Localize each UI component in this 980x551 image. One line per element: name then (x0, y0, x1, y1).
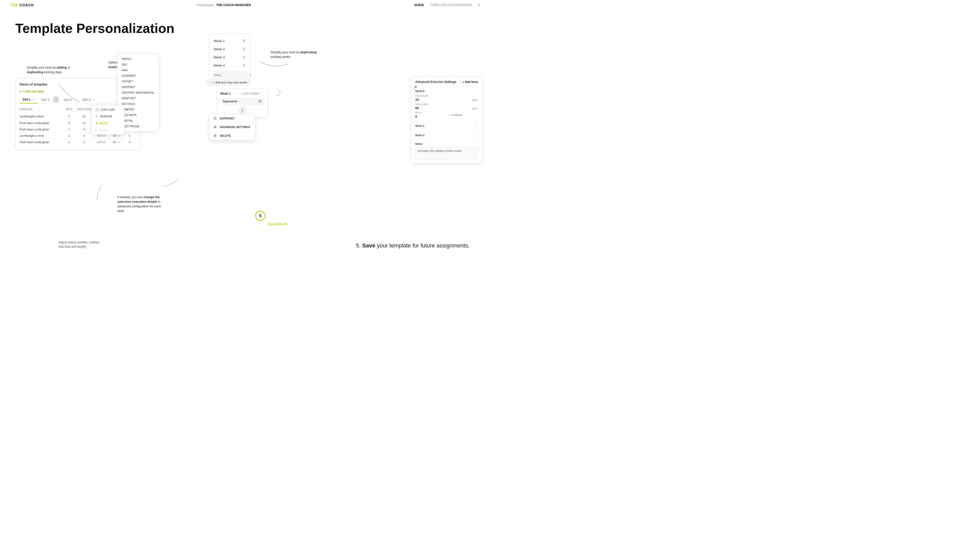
exec-dropset-mechanical[interactable]: DROPSET MECHANICAL (118, 90, 159, 95)
descanso-fields: Descanso 60 SECS (415, 103, 478, 110)
advanced-settings-label: ADVANCED SETTINGS (220, 125, 250, 129)
cell-sets: 1 (63, 128, 76, 131)
week-3-trash-icon[interactable]: 🗑 (242, 55, 246, 59)
week-panel-three-dots-btn[interactable] (239, 106, 246, 114)
sc-item-advanced-settings[interactable]: ADVANCED SETTINGS (210, 123, 255, 131)
page-number: 8 (478, 3, 480, 7)
col-exercise: Exercise (20, 108, 63, 111)
day-tab-1[interactable]: DAY 1 ⋯ (20, 96, 38, 103)
week-3-label: Week 3 (213, 56, 225, 59)
edit-order-icon[interactable]: ✏ EDIT ORDER (241, 92, 259, 95)
add-copy-weeks-label: + Add and copy new weeks (213, 81, 247, 84)
add-serie-plus-icon: + (460, 80, 461, 83)
exercise-name: Push down corda girato (20, 141, 63, 144)
cell-weight: 0 (123, 134, 136, 137)
move-label: MOVE (99, 129, 107, 132)
change-exec-annotation: If needed, you can change the exercises … (118, 195, 169, 213)
serie-1-expandable[interactable]: Serie 1 › (411, 121, 482, 130)
serie-1-label: Serie 1 (415, 124, 425, 127)
eliminar-btn[interactable]: — ELIMINAR (448, 111, 478, 118)
week-ex-dots-icon[interactable]: ⋮ (261, 92, 265, 96)
exec-downset[interactable]: DOWNSET (118, 73, 159, 79)
serie-2-label: Serie 2 (415, 134, 425, 137)
day-4-dots[interactable]: ⋯ (91, 98, 95, 102)
exec-topset[interactable]: TOPSET (118, 79, 159, 84)
template-name-label: Name of template (20, 83, 47, 86)
day-context-menu: ⬜ COPY DAY 🗑 REMOVE ◀ MOVE ▶ MOVE (91, 105, 124, 135)
day-tab-3[interactable]: DAY 3 ⋯ (52, 96, 79, 103)
step-number: 5 (259, 213, 262, 219)
week-row-2[interactable]: Week 2 🗑 (210, 45, 250, 53)
week-add-input[interactable] (214, 73, 249, 76)
peso-field: Peso 0 (415, 111, 445, 118)
sc-item-superset[interactable]: SUPERSET (210, 114, 255, 123)
week-4-trash-icon[interactable]: 🗑 (242, 63, 246, 67)
peso-fields: Peso 0 — ELIMINAR (415, 111, 478, 118)
exec-dropset[interactable]: DROPSET (118, 84, 159, 90)
step-circle: 5 (255, 211, 266, 221)
save-annotation: 5. Save your template for future assignm… (356, 242, 469, 249)
peso-label: Peso (415, 111, 445, 114)
notes-textarea[interactable]: Increases the weight of each series (415, 147, 478, 160)
day-3-dots[interactable]: ⋯ (73, 98, 76, 102)
guide-nav[interactable]: GUIDE (414, 3, 424, 7)
week-row-4[interactable]: Week 4 🗑 (210, 61, 250, 69)
cell-exec: 12 (76, 121, 93, 124)
add-serie-btn[interactable]: + + Add Serie (460, 80, 478, 83)
day-3-label: DAY 3 (64, 98, 72, 101)
day-tab-4[interactable]: DAY 4 ⋯ (80, 96, 98, 103)
serie-0-block: Serie 0 Ejecución 15 REPS Descanso 60 SE… (411, 87, 482, 121)
week-ex-title: Week 1 (220, 92, 231, 95)
menu-item-move[interactable]: ▶ MOVE (92, 127, 124, 133)
manager-label: THE COACH MANAGER (216, 3, 251, 7)
col-execution: Execution (76, 108, 93, 111)
week-row-3[interactable]: Week 3 🗑 (210, 53, 250, 61)
template-customization-nav[interactable]: TEMPLATE CUSTOMIZATION (430, 3, 472, 7)
week-2-trash-icon[interactable]: 🗑 (242, 47, 246, 51)
eliminar-dash-icon: — (448, 114, 450, 116)
delete-icon (213, 134, 217, 138)
advanced-header: Advanced Exercise Settings + + Add Serie (411, 77, 482, 87)
superserie-label: Superserie (223, 100, 237, 103)
svg-point-0 (214, 118, 216, 119)
move-active-icon: ◀ (95, 121, 97, 125)
descanso-field: Descanso 60 (415, 103, 445, 110)
add-copy-weeks-btn[interactable]: + + Add and copy new weeks (207, 79, 251, 86)
day-1-dots[interactable]: ⋯ (32, 97, 35, 102)
week-panel-dots-row (220, 106, 265, 114)
cell-sets: 1 (63, 134, 76, 137)
menu-item-copy-day[interactable]: ⬜ COPY DAY (92, 106, 124, 113)
plus-icon: + (20, 89, 22, 94)
exec-repes[interactable]: REPES (118, 56, 159, 62)
cell-exec-type: REPES (93, 141, 110, 144)
remove-icon: 🗑 (95, 115, 98, 118)
cell-rest: 60 sec (110, 141, 123, 144)
day-2-label: DAY 2 (41, 98, 49, 101)
guardar-btn[interactable]: GUARDAR (268, 222, 287, 226)
week-add-row: ▾ (212, 71, 248, 79)
move-icon: ▶ (95, 128, 97, 132)
menu-item-move-active[interactable]: ◀ MOVE (92, 120, 124, 127)
day-tab-2[interactable]: DAY 2 (38, 96, 52, 103)
annotation-simplify-weeks: Simplify your work by duplicating existi… (270, 50, 321, 59)
exec-giantset[interactable]: GIANTSET (118, 95, 159, 101)
cell-sets: 1 (63, 141, 76, 144)
week-ex-controls: ✏ EDIT ORDER ⋮ (241, 92, 265, 96)
week-1-trash-icon[interactable]: 🗑 (242, 39, 246, 43)
exec-sec[interactable]: SEC (118, 62, 159, 67)
week-row-1[interactable]: Week 1 🗑 (210, 37, 250, 45)
sc-item-delete[interactable]: DELETE (210, 131, 255, 140)
superserie-close-btn[interactable]: ✕ (258, 99, 262, 103)
week-dropdown-icon[interactable]: ▾ (249, 73, 251, 77)
serie-2-expandable[interactable]: Serie 2 › (411, 130, 482, 140)
menu-item-remove[interactable]: 🗑 REMOVE (92, 113, 124, 120)
adjust-series-annotation: Adjust series number, runtime, rest time… (59, 240, 105, 249)
copy-day-label: COPY DAY (101, 108, 115, 111)
ejecucion-field: Ejecución 15 (415, 95, 445, 102)
notes-block: Notes Increases the weight of each serie… (411, 140, 482, 163)
cursor-indicator: ↗ (413, 84, 417, 90)
exercise-name: Lat Maniglie a terra (20, 134, 63, 137)
cell-exec: 0 (76, 141, 93, 144)
exec-max[interactable]: MAX (118, 67, 159, 73)
annotation-simplify-days: Simplify your work by adding or duplicat… (27, 65, 75, 75)
